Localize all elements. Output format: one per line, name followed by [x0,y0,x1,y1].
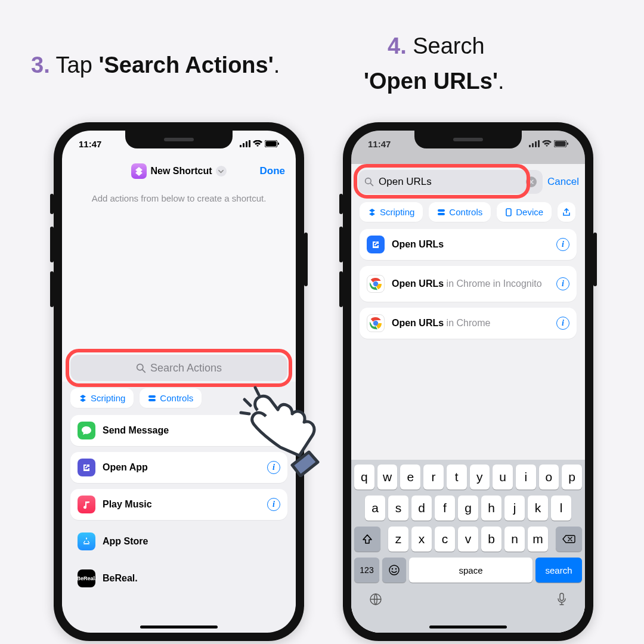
search-icon [136,363,146,373]
svg-rect-6 [278,143,279,145]
notch [125,131,233,148]
key-k[interactable]: k [528,496,548,521]
filter-chips-row: Scripting Controls Device [351,197,585,229]
key-u[interactable]: u [493,465,513,490]
result-open-urls[interactable]: Open URLs i [360,229,577,260]
key-r[interactable]: r [423,465,444,490]
shortcut-title-group[interactable]: New Shortcut [131,163,226,179]
key-g[interactable]: g [458,496,478,521]
info-button[interactable]: i [556,277,569,290]
message-icon [78,422,95,439]
globe-key[interactable] [369,592,383,609]
key-n[interactable]: n [504,527,525,552]
search-results-list: Open URLs i Open URLs in Chrome in Incog… [351,229,585,339]
space-key[interactable]: space [409,558,532,583]
info-button[interactable]: i [267,498,280,511]
action-play-music[interactable]: Play Music i [70,489,287,520]
result-open-urls-chrome[interactable]: Open URLs in Chrome i [360,308,577,339]
hint-text: Add actions from below to create a short… [62,185,296,212]
key-x[interactable]: x [411,527,432,552]
signal-icon [240,140,250,147]
status-time: 11:47 [79,139,101,149]
action-bereal[interactable]: BeReal. BeReal. [70,563,287,594]
music-icon [78,496,95,513]
chip-controls[interactable]: Controls [429,202,491,222]
step3-number: 3. [31,52,50,78]
key-c[interactable]: c [435,527,455,552]
svg-rect-20 [438,209,445,212]
key-l[interactable]: l [551,496,571,521]
info-button[interactable]: i [556,317,569,330]
svg-rect-32 [560,593,564,600]
key-q[interactable]: q [354,465,374,490]
appstore-icon [78,532,95,550]
key-h[interactable]: h [481,496,501,521]
scripting-icon [368,208,376,216]
key-f[interactable]: f [435,496,455,521]
key-z[interactable]: z [388,527,408,552]
key-i[interactable]: i [516,465,536,490]
action-app-store[interactable]: App Store [70,526,287,557]
result-open-urls-chrome-incognito[interactable]: Open URLs in Chrome in Incognito i [360,266,577,302]
shortcuts-app-icon [131,163,147,179]
svg-rect-2 [246,141,247,147]
search-actions-field[interactable]: Search Actions [70,355,287,381]
svg-point-29 [392,568,393,569]
key-y[interactable]: y [470,465,490,490]
backspace-key[interactable] [556,527,582,552]
key-s[interactable]: s [388,496,408,521]
svg-point-30 [395,568,397,569]
search-key[interactable]: search [535,558,582,583]
key-a[interactable]: a [365,496,385,521]
key-j[interactable]: j [504,496,525,521]
search-placeholder: Search Actions [150,362,222,374]
key-t[interactable]: t [447,465,467,490]
key-v[interactable]: v [458,527,478,552]
key-o[interactable]: o [539,465,559,490]
key-w[interactable]: w [377,465,398,490]
key-b[interactable]: b [481,527,501,552]
search-input[interactable]: Open URLs [358,170,543,194]
page-title: New Shortcut [150,166,212,177]
emoji-key[interactable] [382,558,406,583]
chip-more[interactable] [558,202,575,222]
open-icon [78,459,95,476]
nav-bar: New Shortcut Done [62,157,296,185]
svg-line-8 [143,370,145,372]
svg-rect-0 [240,145,242,147]
dictation-key[interactable] [556,592,568,609]
step4-number: 4. [388,33,407,58]
battery-icon [265,140,279,147]
chrome-icon [367,275,385,293]
svg-line-19 [370,183,373,185]
svg-rect-3 [249,140,250,147]
chip-scripting[interactable]: Scripting [70,388,134,408]
svg-point-27 [373,321,378,326]
wifi-icon [253,140,262,147]
done-button[interactable]: Done [260,165,286,177]
key-p[interactable]: p [562,465,582,490]
key-d[interactable]: d [411,496,432,521]
chip-controls[interactable]: Controls [140,388,202,408]
svg-rect-9 [148,395,156,398]
chip-scripting[interactable]: Scripting [360,202,423,222]
search-value: Open URLs [379,176,521,188]
key-e[interactable]: e [400,465,420,490]
shift-key[interactable] [354,527,380,552]
clear-button[interactable] [526,177,537,187]
cancel-button[interactable]: Cancel [547,176,579,188]
search-icon [364,177,374,187]
keyboard[interactable]: qwertyuiop asdfghjkl zxcvbnm 123 [351,460,585,633]
key-m[interactable]: m [528,527,548,552]
step3-heading: 3. Tap 'Search Actions'. [31,52,280,78]
home-indicator[interactable] [429,626,507,628]
chip-device[interactable]: Device [497,202,552,222]
chevron-down-icon[interactable] [216,166,227,177]
home-indicator[interactable] [140,626,218,628]
svg-point-28 [389,565,399,575]
numbers-key[interactable]: 123 [354,558,379,583]
info-button[interactable]: i [556,238,569,251]
chrome-icon [367,314,385,332]
svg-rect-1 [243,143,244,147]
svg-point-18 [366,178,371,184]
